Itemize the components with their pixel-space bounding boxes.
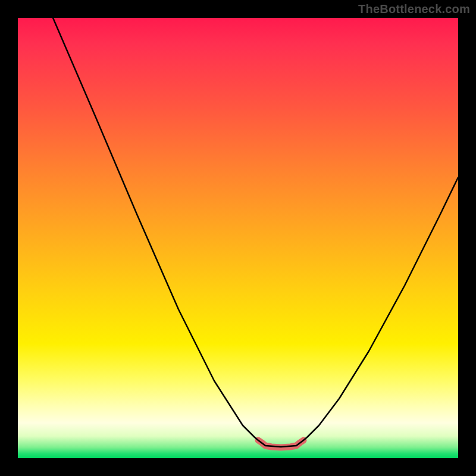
watermark-text: TheBottleneck.com	[358, 2, 470, 16]
chart-svg	[18, 18, 458, 458]
main-curve-path	[53, 18, 458, 447]
chart-plot-area	[18, 18, 458, 458]
